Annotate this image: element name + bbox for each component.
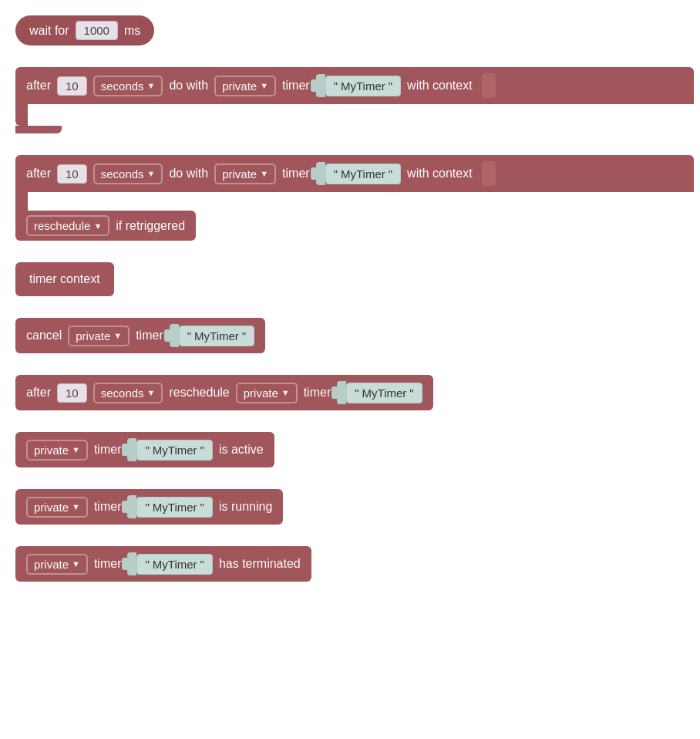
is-running-status: is running bbox=[219, 500, 272, 514]
has-terminated-private-arrow: ▼ bbox=[72, 559, 80, 569]
timer-context-block: timer context bbox=[15, 262, 114, 296]
cancel-timer-label: timer bbox=[136, 329, 163, 343]
after2-wrapper: after 10 seconds ▼ do with private ▼ tim… bbox=[15, 155, 694, 241]
reschedule-private-dropdown[interactable]: private ▼ bbox=[236, 383, 298, 403]
has-terminated-block: private ▼ timer " MyTimer " has terminat… bbox=[15, 546, 311, 582]
cancel-timer-name: MyTimer bbox=[194, 329, 239, 343]
after1-dowith: do with bbox=[169, 79, 208, 93]
after2-withcontext: with context bbox=[407, 167, 472, 181]
reschedule-timer-inner: " MyTimer " bbox=[346, 383, 422, 403]
after2-timer-inner: " MyTimer " bbox=[325, 164, 401, 184]
after2-value[interactable]: 10 bbox=[57, 164, 87, 184]
cancel-quote-close: " bbox=[242, 329, 246, 343]
after2-timer-conn bbox=[316, 162, 325, 185]
reschedule-timer-conn bbox=[337, 381, 346, 404]
after2-dowith: do with bbox=[169, 167, 208, 181]
reschedule-seconds-dropdown[interactable]: seconds ▼ bbox=[93, 383, 163, 403]
after2-timer-label: timer bbox=[282, 167, 310, 181]
after2-timer-name: MyTimer bbox=[341, 167, 385, 181]
after2-private-arrow: ▼ bbox=[260, 169, 268, 178]
is-running-timer-conn bbox=[127, 495, 136, 518]
is-running-block: private ▼ timer " MyTimer " is running bbox=[15, 489, 283, 525]
reschedule-seconds-arrow: ▼ bbox=[147, 388, 156, 397]
after1-seconds-arrow: ▼ bbox=[147, 81, 156, 90]
cancel-label: cancel bbox=[26, 329, 62, 343]
cancel-private-arrow: ▼ bbox=[113, 331, 122, 340]
cancel-timer-conn bbox=[170, 324, 179, 347]
after2-seconds-dropdown[interactable]: seconds ▼ bbox=[93, 164, 163, 184]
after1-block-row: after 10 seconds ▼ do with private ▼ tim… bbox=[15, 67, 685, 133]
is-running-quote-open: " bbox=[145, 501, 149, 514]
reschedule-quote-close: " bbox=[409, 386, 413, 400]
after2-label: after bbox=[26, 167, 51, 181]
reschedule-label: reschedule bbox=[169, 386, 229, 400]
after1-private-arrow: ▼ bbox=[260, 81, 268, 90]
is-active-timer-name: MyTimer bbox=[153, 444, 197, 457]
after1-wrapper: after 10 seconds ▼ do with private ▼ tim… bbox=[15, 67, 694, 133]
is-running-private-dropdown[interactable]: private ▼ bbox=[26, 497, 88, 518]
is-active-timer-inner: " MyTimer " bbox=[136, 440, 212, 461]
after1-timer-name: MyTimer bbox=[341, 79, 385, 93]
after1-label: after bbox=[26, 79, 51, 93]
after2-reschedule-arrow: ▼ bbox=[93, 221, 102, 231]
after1-c-inner bbox=[28, 104, 694, 126]
wait-block: wait for 1000 ms bbox=[15, 15, 154, 46]
reschedule-after-value[interactable]: 10 bbox=[57, 383, 87, 403]
is-active-quote-close: " bbox=[200, 444, 204, 457]
has-terminated-timer-label: timer bbox=[94, 557, 122, 571]
is-active-timer-group: " MyTimer " bbox=[127, 438, 212, 461]
after2-retriggered: if retriggered bbox=[116, 219, 185, 233]
cancel-block: cancel private ▼ timer " MyTimer " bbox=[15, 318, 265, 353]
is-active-timer-label: timer bbox=[94, 443, 122, 457]
reschedule-after-label: after bbox=[26, 386, 51, 400]
is-active-private-dropdown[interactable]: private ▼ bbox=[26, 440, 88, 461]
is-running-row: private ▼ timer " MyTimer " is running bbox=[15, 489, 685, 525]
is-active-private-arrow: ▼ bbox=[72, 445, 80, 454]
cancel-block-row: cancel private ▼ timer " MyTimer " bbox=[15, 318, 685, 353]
reschedule-timer-label: timer bbox=[304, 386, 331, 400]
is-running-timer-group: " MyTimer " bbox=[127, 495, 212, 518]
is-active-status: is active bbox=[219, 443, 264, 457]
after1-timer-inner: " MyTimer " bbox=[325, 76, 401, 96]
after1-bottom-tab bbox=[15, 126, 62, 133]
has-terminated-timer-group: " MyTimer " bbox=[127, 552, 212, 575]
wait-unit: ms bbox=[124, 24, 140, 38]
timer-context-label: timer context bbox=[29, 272, 100, 286]
is-running-timer-label: timer bbox=[94, 500, 122, 514]
after1-private-dropdown[interactable]: private ▼ bbox=[214, 76, 276, 96]
reschedule-timer-group: " MyTimer " bbox=[337, 381, 422, 404]
after1-timer-group: " MyTimer " bbox=[316, 74, 401, 97]
has-terminated-timer-conn bbox=[127, 552, 136, 575]
reschedule-after-block: after 10 seconds ▼ reschedule private ▼ … bbox=[15, 375, 433, 410]
after2-reschedule-dropdown[interactable]: reschedule ▼ bbox=[26, 215, 109, 236]
is-active-timer-conn bbox=[127, 438, 136, 461]
after2-block: after 10 seconds ▼ do with private ▼ tim… bbox=[15, 155, 694, 192]
after1-timer-conn bbox=[316, 74, 325, 97]
after2-reschedule-block: reschedule ▼ if retriggered bbox=[15, 211, 196, 241]
has-terminated-row: private ▼ timer " MyTimer " has terminat… bbox=[15, 546, 685, 582]
after1-value[interactable]: 10 bbox=[57, 76, 87, 96]
cancel-timer-inner: " MyTimer " bbox=[179, 326, 254, 346]
has-terminated-private-dropdown[interactable]: private ▼ bbox=[26, 554, 88, 575]
cancel-timer-group: " MyTimer " bbox=[170, 324, 254, 347]
has-terminated-quote-close: " bbox=[200, 558, 204, 571]
timer-context-row: timer context bbox=[15, 262, 685, 296]
reschedule-quote-open: " bbox=[355, 386, 358, 400]
is-active-quote-open: " bbox=[145, 444, 149, 457]
after2-quote-open: " bbox=[334, 167, 338, 181]
after2-private-dropdown[interactable]: private ▼ bbox=[214, 164, 276, 184]
is-active-block: private ▼ timer " MyTimer " is active bbox=[15, 432, 274, 467]
after1-seconds-dropdown[interactable]: seconds ▼ bbox=[93, 76, 163, 96]
after1-withcontext: with context bbox=[407, 79, 472, 93]
after2-c-body bbox=[15, 192, 694, 211]
is-running-timer-inner: " MyTimer " bbox=[136, 497, 212, 518]
after1-timer-label: timer bbox=[282, 79, 310, 93]
cancel-private-dropdown[interactable]: private ▼ bbox=[68, 326, 130, 346]
wait-value[interactable]: 1000 bbox=[76, 21, 118, 40]
after1-c-bar bbox=[15, 104, 28, 126]
after2-right-nub bbox=[482, 161, 496, 186]
reschedule-after-row: after 10 seconds ▼ reschedule private ▼ … bbox=[15, 375, 685, 410]
has-terminated-timer-name: MyTimer bbox=[153, 558, 197, 571]
after2-c-bar bbox=[15, 192, 28, 211]
after2-seconds-arrow: ▼ bbox=[147, 169, 156, 178]
